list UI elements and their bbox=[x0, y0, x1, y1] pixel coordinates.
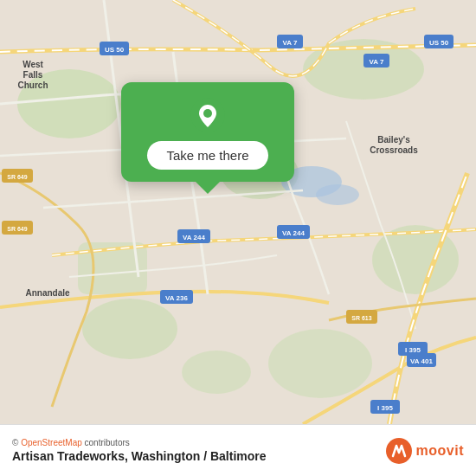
take-me-there-button[interactable]: Take me there bbox=[147, 141, 267, 170]
svg-point-8 bbox=[182, 351, 251, 394]
svg-text:SR 613: SR 613 bbox=[351, 315, 371, 321]
svg-text:VA 7: VA 7 bbox=[370, 58, 384, 66]
map-popup: Take me there bbox=[121, 82, 294, 182]
svg-text:I 395: I 395 bbox=[377, 404, 393, 412]
svg-text:West: West bbox=[23, 60, 43, 69]
svg-point-10 bbox=[316, 184, 359, 205]
svg-text:Falls: Falls bbox=[23, 70, 43, 80]
location-name: Artisan Tradeworks, Washington / Baltimo… bbox=[12, 449, 267, 463]
svg-text:VA 7: VA 7 bbox=[283, 39, 298, 47]
svg-text:Crossroads: Crossroads bbox=[370, 145, 418, 155]
osm-prefix: © bbox=[12, 438, 21, 447]
moovit-text: moovit bbox=[416, 443, 464, 459]
osm-link[interactable]: OpenStreetMap bbox=[21, 438, 82, 447]
moovit-icon bbox=[385, 437, 413, 465]
svg-text:VA 244: VA 244 bbox=[282, 229, 305, 237]
osm-suffix: contributors bbox=[82, 438, 130, 447]
moovit-logo: moovit bbox=[385, 437, 464, 465]
svg-point-44 bbox=[203, 109, 212, 118]
map-view[interactable]: US 50 US 50 VA 7 VA 7 VA 244 VA 244 VA 2… bbox=[0, 0, 476, 424]
svg-text:Church: Church bbox=[18, 80, 48, 90]
svg-point-5 bbox=[82, 299, 177, 359]
svg-text:VA 401: VA 401 bbox=[410, 357, 433, 365]
svg-text:VA 244: VA 244 bbox=[183, 234, 205, 241]
svg-text:US 50: US 50 bbox=[429, 39, 449, 47]
osm-attribution: © OpenStreetMap contributors bbox=[12, 438, 267, 447]
svg-text:I 395: I 395 bbox=[405, 346, 421, 354]
svg-text:US 50: US 50 bbox=[105, 46, 125, 54]
bottom-bar: © OpenStreetMap contributors Artisan Tra… bbox=[0, 424, 476, 476]
svg-text:VA 236: VA 236 bbox=[165, 294, 188, 302]
svg-text:Bailey's: Bailey's bbox=[377, 135, 410, 145]
svg-text:SR 649: SR 649 bbox=[7, 226, 27, 232]
location-pin-icon bbox=[190, 98, 225, 132]
svg-point-1 bbox=[17, 69, 121, 138]
svg-text:SR 649: SR 649 bbox=[7, 174, 27, 180]
svg-point-6 bbox=[268, 329, 372, 398]
svg-text:Annandale: Annandale bbox=[25, 288, 70, 298]
bottom-info: © OpenStreetMap contributors Artisan Tra… bbox=[12, 438, 267, 463]
